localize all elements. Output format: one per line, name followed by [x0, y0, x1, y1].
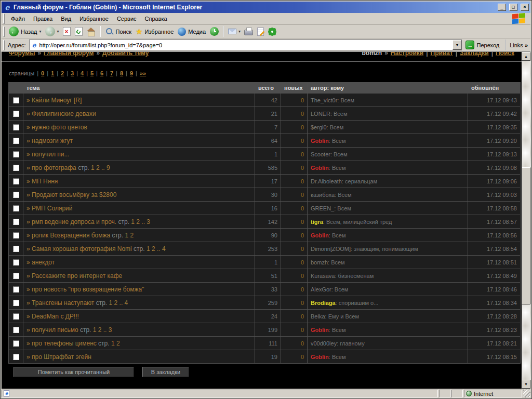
row-checkbox[interactable]: [13, 138, 19, 144]
pagination-next[interactable]: »»: [140, 70, 146, 76]
edit-button[interactable]: [255, 26, 266, 37]
row-checkbox[interactable]: [13, 111, 19, 117]
pagination-page-7[interactable]: 7: [110, 70, 113, 76]
topic-link[interactable]: Кайли Миноуг [R]: [32, 97, 82, 104]
topic-link[interactable]: про фотографа: [32, 164, 76, 171]
minimize-button[interactable]: _: [498, 4, 506, 11]
pagination-page-6[interactable]: 6: [100, 70, 103, 76]
topic-link[interactable]: РМП Солярий: [32, 205, 72, 212]
topic-link[interactable]: надмозги жгут: [32, 137, 73, 144]
menu-item-help[interactable]: Справка: [141, 14, 171, 23]
mail-dropdown[interactable]: ▾: [238, 29, 242, 34]
breadcrumb-link-add-topic[interactable]: Добавить тему: [102, 52, 149, 57]
media-button[interactable]: Медиа: [176, 26, 208, 37]
bookmark-button[interactable]: В закладки: [142, 367, 189, 377]
back-dropdown[interactable]: ▾: [39, 29, 43, 34]
topic-link[interactable]: ролик Возвращения бомжа: [32, 232, 110, 239]
topic-pages-link[interactable]: 1 2 .. 9: [91, 164, 110, 171]
row-checkbox[interactable]: [13, 313, 19, 320]
toolbar-grip[interactable]: [3, 26, 5, 37]
usernav-bookmarks[interactable]: Закладки: [460, 52, 489, 57]
row-checkbox[interactable]: [13, 259, 19, 265]
forward-button[interactable]: →: [43, 25, 57, 37]
row-checkbox[interactable]: [13, 165, 19, 171]
topic-link[interactable]: нужно фото цветов: [32, 124, 87, 131]
address-grip[interactable]: [3, 40, 5, 50]
address-dropdown-button[interactable]: ▼: [453, 40, 461, 50]
pagination-page-8[interactable]: 8: [120, 70, 123, 76]
pagination-page-9[interactable]: 9: [130, 70, 133, 76]
topic-pages-link[interactable]: 1 2 .. 3: [131, 218, 150, 225]
menu-item-tools[interactable]: Сервис: [113, 14, 141, 23]
topic-link[interactable]: про телефоны цименс: [32, 340, 97, 347]
menu-item-file[interactable]: Файл: [7, 14, 29, 23]
links-bar[interactable]: Links »: [508, 42, 529, 48]
menu-item-favorites[interactable]: Избранное: [75, 14, 113, 23]
pagination-page-1[interactable]: 1: [51, 70, 54, 76]
row-checkbox[interactable]: [13, 151, 19, 157]
pagination-page-4[interactable]: 4: [81, 70, 84, 76]
pagination-page-0[interactable]: 0: [41, 70, 44, 76]
topic-pages-link[interactable]: 1 2 .. 4: [109, 299, 128, 307]
resize-grip[interactable]: [523, 390, 530, 397]
scroll-up-button[interactable]: ▲: [522, 52, 530, 61]
topic-link[interactable]: про новость "про возвращение бомжа": [32, 286, 144, 293]
topic-link[interactable]: про Штрафбат эгейн: [32, 353, 91, 361]
topic-pages-link[interactable]: 1 2: [125, 232, 134, 239]
back-button[interactable]: ← Назад: [7, 25, 39, 37]
topic-link[interactable]: Самая хорошая фотография Nomi: [32, 245, 132, 252]
topic-pages-link[interactable]: 1 2: [111, 340, 120, 347]
print-button[interactable]: [242, 26, 255, 36]
topic-pages-link[interactable]: 1 2 .. 3: [93, 326, 112, 334]
row-checkbox[interactable]: [13, 178, 19, 184]
home-button[interactable]: [85, 26, 98, 37]
go-button[interactable]: → Переход: [462, 40, 503, 50]
history-button[interactable]: [208, 26, 221, 37]
row-checkbox[interactable]: [13, 192, 19, 198]
icq-button[interactable]: [266, 26, 278, 37]
menu-grip[interactable]: [3, 14, 5, 24]
row-checkbox[interactable]: [13, 273, 19, 279]
maximize-button[interactable]: □: [509, 4, 517, 11]
usernav-search[interactable]: Поиск: [496, 52, 514, 57]
row-checkbox[interactable]: [13, 219, 19, 225]
close-button[interactable]: ×: [521, 4, 529, 11]
mark-read-button[interactable]: Пометить как прочитанный: [14, 367, 134, 377]
row-checkbox[interactable]: [13, 340, 19, 347]
topic-link[interactable]: Продают восьмёрку за $2800: [32, 191, 116, 198]
topic-link[interactable]: Трансгены наступают: [32, 299, 94, 307]
topic-link[interactable]: получил пи...: [32, 151, 69, 158]
menu-item-view[interactable]: Вид: [57, 14, 75, 23]
scroll-thumb[interactable]: [522, 167, 530, 304]
topic-link[interactable]: DeadMan с ДР!!!: [32, 313, 79, 320]
breadcrumb-link-forums[interactable]: Форумы: [9, 52, 35, 57]
favorites-button[interactable]: ★ Избранное: [134, 26, 176, 36]
row-checkbox[interactable]: [13, 246, 19, 252]
breadcrumb-link-main-forum[interactable]: Главный форум: [44, 52, 94, 57]
row-checkbox[interactable]: [13, 327, 19, 333]
address-url[interactable]: http://oper.ru/forum/list.php?forum_id=7…: [38, 42, 453, 48]
topic-link[interactable]: Филлипинские девахи: [32, 110, 96, 117]
row-checkbox[interactable]: [13, 354, 19, 360]
mail-button[interactable]: [226, 28, 238, 35]
usernav-private[interactable]: Приват: [431, 52, 453, 57]
stop-button[interactable]: ×: [61, 26, 73, 37]
topic-pages-link[interactable]: 1 2 .. 4: [147, 245, 166, 252]
topic-link[interactable]: анекдот: [32, 259, 55, 266]
scrollbar-track[interactable]: [522, 61, 530, 380]
pagination-page-2[interactable]: 2: [61, 70, 64, 76]
vertical-scrollbar[interactable]: ▲ ▼: [522, 52, 530, 389]
pagination-page-5[interactable]: 5: [90, 70, 94, 76]
search-button[interactable]: Поиск: [103, 26, 134, 37]
usernav-settings[interactable]: Настройки: [391, 52, 423, 57]
row-checkbox[interactable]: [13, 232, 19, 238]
topic-link[interactable]: Расскажите про интернет кафе: [32, 272, 122, 280]
topic-link[interactable]: рмп ведение допроса и проч.: [32, 218, 116, 225]
address-input[interactable]: e http://oper.ru/forum/list.php?forum_id…: [29, 39, 462, 50]
scroll-down-button[interactable]: ▼: [522, 380, 530, 389]
topic-link[interactable]: МП Няня: [32, 178, 58, 185]
row-checkbox[interactable]: [13, 205, 19, 211]
row-checkbox[interactable]: [13, 286, 19, 292]
refresh-button[interactable]: [73, 26, 85, 37]
forward-dropdown[interactable]: ▾: [57, 29, 61, 34]
